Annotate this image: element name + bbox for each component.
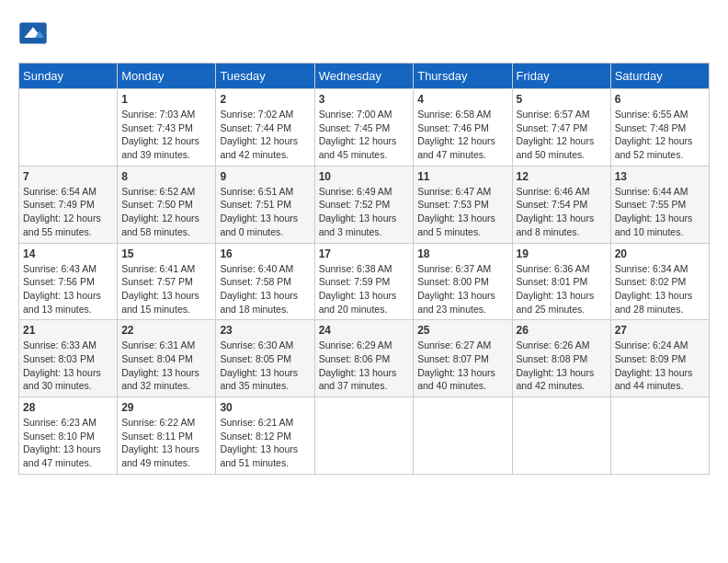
- day-info: Sunrise: 6:52 AM Sunset: 7:50 PM Dayligh…: [121, 185, 211, 239]
- day-info: Sunrise: 6:58 AM Sunset: 7:46 PM Dayligh…: [417, 108, 507, 162]
- calendar-cell: 12Sunrise: 6:46 AM Sunset: 7:54 PM Dayli…: [512, 166, 610, 243]
- day-info: Sunrise: 6:47 AM Sunset: 7:53 PM Dayligh…: [417, 185, 507, 239]
- calendar-cell: 3Sunrise: 7:00 AM Sunset: 7:45 PM Daylig…: [314, 89, 414, 167]
- day-number: 17: [319, 247, 410, 260]
- day-number: 24: [319, 324, 410, 337]
- day-header-wednesday: Wednesday: [314, 63, 414, 89]
- day-header-monday: Monday: [118, 63, 216, 89]
- calendar-cell: 26Sunrise: 6:26 AM Sunset: 8:08 PM Dayli…: [512, 320, 610, 397]
- day-number: 11: [417, 170, 507, 183]
- day-info: Sunrise: 6:44 AM Sunset: 7:55 PM Dayligh…: [615, 185, 705, 239]
- day-number: 9: [220, 170, 310, 183]
- day-info: Sunrise: 6:36 AM Sunset: 8:01 PM Dayligh…: [517, 262, 607, 316]
- calendar-cell: 8Sunrise: 6:52 AM Sunset: 7:50 PM Daylig…: [118, 166, 216, 243]
- day-number: 27: [615, 324, 705, 337]
- day-info: Sunrise: 6:23 AM Sunset: 8:10 PM Dayligh…: [23, 416, 113, 470]
- calendar-cell: [314, 397, 414, 475]
- week-row-2: 7Sunrise: 6:54 AM Sunset: 7:49 PM Daylig…: [19, 166, 710, 243]
- day-info: Sunrise: 6:57 AM Sunset: 7:47 PM Dayligh…: [517, 108, 607, 162]
- calendar-cell: 2Sunrise: 7:02 AM Sunset: 7:44 PM Daylig…: [216, 89, 314, 167]
- day-info: Sunrise: 7:02 AM Sunset: 7:44 PM Dayligh…: [220, 108, 310, 162]
- day-info: Sunrise: 6:41 AM Sunset: 7:57 PM Dayligh…: [121, 262, 211, 316]
- calendar-cell: 21Sunrise: 6:33 AM Sunset: 8:03 PM Dayli…: [19, 320, 118, 397]
- logo: [18, 18, 51, 48]
- day-info: Sunrise: 6:38 AM Sunset: 7:59 PM Dayligh…: [319, 262, 410, 316]
- week-row-3: 14Sunrise: 6:43 AM Sunset: 7:56 PM Dayli…: [19, 243, 710, 320]
- day-number: 5: [517, 93, 607, 106]
- calendar-cell: 11Sunrise: 6:47 AM Sunset: 7:53 PM Dayli…: [414, 166, 512, 243]
- day-info: Sunrise: 6:54 AM Sunset: 7:49 PM Dayligh…: [23, 185, 113, 239]
- day-info: Sunrise: 6:43 AM Sunset: 7:56 PM Dayligh…: [23, 262, 113, 316]
- logo-icon: [18, 18, 48, 48]
- day-number: 7: [23, 170, 113, 183]
- page-header: [18, 18, 710, 48]
- calendar-cell: 24Sunrise: 6:29 AM Sunset: 8:06 PM Dayli…: [314, 320, 414, 397]
- day-number: 10: [319, 170, 410, 183]
- day-info: Sunrise: 6:21 AM Sunset: 8:12 PM Dayligh…: [220, 416, 310, 470]
- day-info: Sunrise: 6:34 AM Sunset: 8:02 PM Dayligh…: [615, 262, 705, 316]
- day-header-thursday: Thursday: [414, 63, 512, 89]
- calendar-cell: 29Sunrise: 6:22 AM Sunset: 8:11 PM Dayli…: [118, 397, 216, 475]
- calendar-cell: 10Sunrise: 6:49 AM Sunset: 7:52 PM Dayli…: [314, 166, 414, 243]
- day-info: Sunrise: 6:26 AM Sunset: 8:08 PM Dayligh…: [517, 339, 607, 393]
- day-info: Sunrise: 6:29 AM Sunset: 8:06 PM Dayligh…: [319, 339, 410, 393]
- day-number: 12: [517, 170, 607, 183]
- week-row-1: 1Sunrise: 7:03 AM Sunset: 7:43 PM Daylig…: [19, 89, 710, 167]
- day-info: Sunrise: 6:51 AM Sunset: 7:51 PM Dayligh…: [220, 185, 310, 239]
- day-number: 19: [517, 247, 607, 260]
- day-info: Sunrise: 6:33 AM Sunset: 8:03 PM Dayligh…: [23, 339, 113, 393]
- day-number: 2: [220, 93, 310, 106]
- calendar-cell: [512, 397, 610, 475]
- day-info: Sunrise: 6:49 AM Sunset: 7:52 PM Dayligh…: [319, 185, 410, 239]
- day-number: 15: [121, 247, 211, 260]
- calendar-cell: [19, 89, 118, 167]
- calendar-cell: 19Sunrise: 6:36 AM Sunset: 8:01 PM Dayli…: [512, 243, 610, 320]
- day-info: Sunrise: 6:46 AM Sunset: 7:54 PM Dayligh…: [517, 185, 607, 239]
- day-number: 14: [23, 247, 113, 260]
- day-number: 3: [319, 93, 410, 106]
- day-info: Sunrise: 6:22 AM Sunset: 8:11 PM Dayligh…: [121, 416, 211, 470]
- calendar-cell: 18Sunrise: 6:37 AM Sunset: 8:00 PM Dayli…: [414, 243, 512, 320]
- calendar-cell: [610, 397, 709, 475]
- day-number: 22: [121, 324, 211, 337]
- days-header-row: SundayMondayTuesdayWednesdayThursdayFrid…: [19, 63, 710, 89]
- calendar-cell: 4Sunrise: 6:58 AM Sunset: 7:46 PM Daylig…: [414, 89, 512, 167]
- day-number: 8: [121, 170, 211, 183]
- day-number: 4: [417, 93, 507, 106]
- day-number: 16: [220, 247, 310, 260]
- calendar-table: SundayMondayTuesdayWednesdayThursdayFrid…: [18, 63, 710, 475]
- calendar-cell: 1Sunrise: 7:03 AM Sunset: 7:43 PM Daylig…: [118, 89, 216, 167]
- calendar-cell: 15Sunrise: 6:41 AM Sunset: 7:57 PM Dayli…: [118, 243, 216, 320]
- day-info: Sunrise: 6:37 AM Sunset: 8:00 PM Dayligh…: [417, 262, 507, 316]
- calendar-cell: 17Sunrise: 6:38 AM Sunset: 7:59 PM Dayli…: [314, 243, 414, 320]
- day-number: 28: [23, 401, 113, 414]
- day-number: 25: [417, 324, 507, 337]
- calendar-cell: 7Sunrise: 6:54 AM Sunset: 7:49 PM Daylig…: [19, 166, 118, 243]
- day-number: 20: [615, 247, 705, 260]
- week-row-4: 21Sunrise: 6:33 AM Sunset: 8:03 PM Dayli…: [19, 320, 710, 397]
- calendar-cell: 27Sunrise: 6:24 AM Sunset: 8:09 PM Dayli…: [610, 320, 709, 397]
- day-info: Sunrise: 6:30 AM Sunset: 8:05 PM Dayligh…: [220, 339, 310, 393]
- day-info: Sunrise: 6:27 AM Sunset: 8:07 PM Dayligh…: [417, 339, 507, 393]
- day-number: 6: [615, 93, 705, 106]
- week-row-5: 28Sunrise: 6:23 AM Sunset: 8:10 PM Dayli…: [19, 397, 710, 475]
- day-info: Sunrise: 7:03 AM Sunset: 7:43 PM Dayligh…: [121, 108, 211, 162]
- day-info: Sunrise: 6:31 AM Sunset: 8:04 PM Dayligh…: [121, 339, 211, 393]
- day-number: 13: [615, 170, 705, 183]
- day-info: Sunrise: 6:24 AM Sunset: 8:09 PM Dayligh…: [615, 339, 705, 393]
- calendar-cell: 13Sunrise: 6:44 AM Sunset: 7:55 PM Dayli…: [610, 166, 709, 243]
- day-number: 23: [220, 324, 310, 337]
- day-number: 29: [121, 401, 211, 414]
- day-number: 26: [517, 324, 607, 337]
- day-header-tuesday: Tuesday: [216, 63, 314, 89]
- calendar-cell: 14Sunrise: 6:43 AM Sunset: 7:56 PM Dayli…: [19, 243, 118, 320]
- day-header-saturday: Saturday: [610, 63, 709, 89]
- day-number: 18: [417, 247, 507, 260]
- day-info: Sunrise: 6:55 AM Sunset: 7:48 PM Dayligh…: [615, 108, 705, 162]
- calendar-cell: 5Sunrise: 6:57 AM Sunset: 7:47 PM Daylig…: [512, 89, 610, 167]
- day-number: 1: [121, 93, 211, 106]
- calendar-cell: 25Sunrise: 6:27 AM Sunset: 8:07 PM Dayli…: [414, 320, 512, 397]
- calendar-cell: 23Sunrise: 6:30 AM Sunset: 8:05 PM Dayli…: [216, 320, 314, 397]
- calendar-cell: 16Sunrise: 6:40 AM Sunset: 7:58 PM Dayli…: [216, 243, 314, 320]
- calendar-cell: 6Sunrise: 6:55 AM Sunset: 7:48 PM Daylig…: [610, 89, 709, 167]
